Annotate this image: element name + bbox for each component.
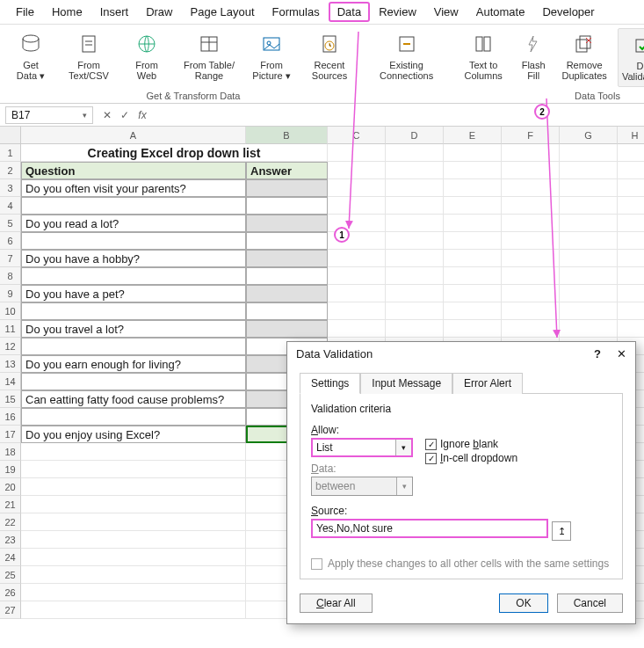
- menu-home[interactable]: Home: [43, 2, 91, 22]
- cell-B4[interactable]: [246, 197, 328, 215]
- row-header-24[interactable]: 24: [0, 549, 21, 566]
- row-header-26[interactable]: 26: [0, 584, 21, 601]
- row-header-7[interactable]: 7: [0, 250, 21, 267]
- cell-B11[interactable]: [246, 320, 328, 338]
- cell-D2[interactable]: [386, 162, 444, 179]
- cell-A19[interactable]: [21, 461, 246, 478]
- cell-F9[interactable]: [502, 285, 560, 302]
- cell-E8[interactable]: [444, 267, 502, 285]
- col-header-A[interactable]: A: [21, 127, 246, 144]
- cell-A26[interactable]: [21, 584, 246, 601]
- name-box[interactable]: B17▾: [5, 106, 93, 124]
- from-csv-button[interactable]: From Text/CSV: [63, 28, 114, 81]
- cell-F10[interactable]: [502, 302, 560, 320]
- cell-G5[interactable]: [560, 215, 618, 232]
- cell-E7[interactable]: [444, 250, 502, 267]
- cell-G3[interactable]: [560, 179, 618, 197]
- cell-A7[interactable]: Do you have a hobby?: [21, 250, 246, 267]
- cell-A23[interactable]: [21, 531, 246, 549]
- cell-A14[interactable]: [21, 373, 246, 390]
- cell-A11[interactable]: Do you travel a lot?: [21, 320, 246, 338]
- allow-select[interactable]: List▾: [311, 438, 413, 457]
- row-header-14[interactable]: 14: [0, 373, 21, 390]
- ignore-blank-checkbox[interactable]: ✓Ignore blank: [425, 438, 517, 450]
- row-header-13[interactable]: 13: [0, 355, 21, 373]
- cell-F6[interactable]: [502, 232, 560, 250]
- cell-D5[interactable]: [386, 215, 444, 232]
- from-table-button[interactable]: From Table/ Range: [179, 28, 239, 81]
- cell-D9[interactable]: [386, 285, 444, 302]
- dialog-tab-error-alert[interactable]: Error Alert: [452, 373, 523, 394]
- cell-B5[interactable]: [246, 215, 328, 232]
- cell-A21[interactable]: [21, 496, 246, 513]
- cell-E9[interactable]: [444, 285, 502, 302]
- cell-A4[interactable]: [21, 197, 246, 215]
- row-header-18[interactable]: 18: [0, 443, 21, 461]
- cell-A22[interactable]: [21, 513, 246, 531]
- cell-G10[interactable]: [560, 302, 618, 320]
- cell-F8[interactable]: [502, 267, 560, 285]
- row-header-16[interactable]: 16: [0, 408, 21, 426]
- dialog-tab-input-message[interactable]: Input Message: [360, 373, 452, 394]
- cell-A9[interactable]: Do you have a pet?: [21, 285, 246, 302]
- cell-E1[interactable]: [444, 144, 502, 162]
- cell-E2[interactable]: [444, 162, 502, 179]
- cell-H10[interactable]: [618, 302, 644, 320]
- cell-E4[interactable]: [444, 197, 502, 215]
- row-header-15[interactable]: 15: [0, 390, 21, 408]
- cell-C4[interactable]: [328, 197, 386, 215]
- cell-H1[interactable]: [618, 144, 644, 162]
- cell-A1[interactable]: Creating Excel drop down list: [21, 144, 328, 162]
- cell-C7[interactable]: [328, 250, 386, 267]
- cell-A6[interactable]: [21, 232, 246, 250]
- menu-automate[interactable]: Automate: [467, 2, 534, 22]
- cell-G6[interactable]: [560, 232, 618, 250]
- row-header-9[interactable]: 9: [0, 285, 21, 302]
- cell-H5[interactable]: [618, 215, 644, 232]
- clear-all-button[interactable]: Clear All: [300, 593, 373, 613]
- cell-D11[interactable]: [386, 320, 444, 338]
- recent-sources-button[interactable]: Recent Sources: [304, 28, 355, 81]
- cell-A27[interactable]: [21, 601, 246, 619]
- row-header-10[interactable]: 10: [0, 302, 21, 320]
- cell-D7[interactable]: [386, 250, 444, 267]
- menu-insert[interactable]: Insert: [91, 2, 138, 22]
- incell-dropdown-checkbox[interactable]: ✓In-cell dropdown: [425, 452, 517, 464]
- from-web-button[interactable]: From Web: [121, 28, 172, 81]
- cell-C2[interactable]: [328, 162, 386, 179]
- cell-A10[interactable]: [21, 302, 246, 320]
- cell-A16[interactable]: [21, 408, 246, 426]
- cell-F4[interactable]: [502, 197, 560, 215]
- cell-G4[interactable]: [560, 197, 618, 215]
- formula-input[interactable]: [151, 109, 644, 121]
- col-header-C[interactable]: C: [328, 127, 386, 144]
- menu-data[interactable]: Data: [329, 2, 370, 22]
- cell-C3[interactable]: [328, 179, 386, 197]
- cancel-button[interactable]: Cancel: [557, 593, 623, 613]
- menu-review[interactable]: Review: [370, 2, 425, 22]
- menu-view[interactable]: View: [425, 2, 467, 22]
- cell-H11[interactable]: [618, 320, 644, 338]
- cell-A18[interactable]: [21, 443, 246, 461]
- cell-H7[interactable]: [618, 250, 644, 267]
- cell-B7[interactable]: [246, 250, 328, 267]
- cell-D1[interactable]: [386, 144, 444, 162]
- cell-G9[interactable]: [560, 285, 618, 302]
- cell-E10[interactable]: [444, 302, 502, 320]
- row-header-11[interactable]: 11: [0, 320, 21, 338]
- cell-H2[interactable]: [618, 162, 644, 179]
- fx-icon[interactable]: fx: [134, 109, 151, 121]
- cell-E3[interactable]: [444, 179, 502, 197]
- col-header-E[interactable]: E: [444, 127, 502, 144]
- cell-G8[interactable]: [560, 267, 618, 285]
- cell-C11[interactable]: [328, 320, 386, 338]
- cell-B8[interactable]: [246, 267, 328, 285]
- row-header-3[interactable]: 3: [0, 179, 21, 197]
- cell-E11[interactable]: [444, 320, 502, 338]
- row-header-22[interactable]: 22: [0, 513, 21, 531]
- cell-H3[interactable]: [618, 179, 644, 197]
- cell-F1[interactable]: [502, 144, 560, 162]
- col-header-G[interactable]: G: [560, 127, 618, 144]
- ok-button[interactable]: OK: [499, 593, 547, 613]
- cell-H4[interactable]: [618, 197, 644, 215]
